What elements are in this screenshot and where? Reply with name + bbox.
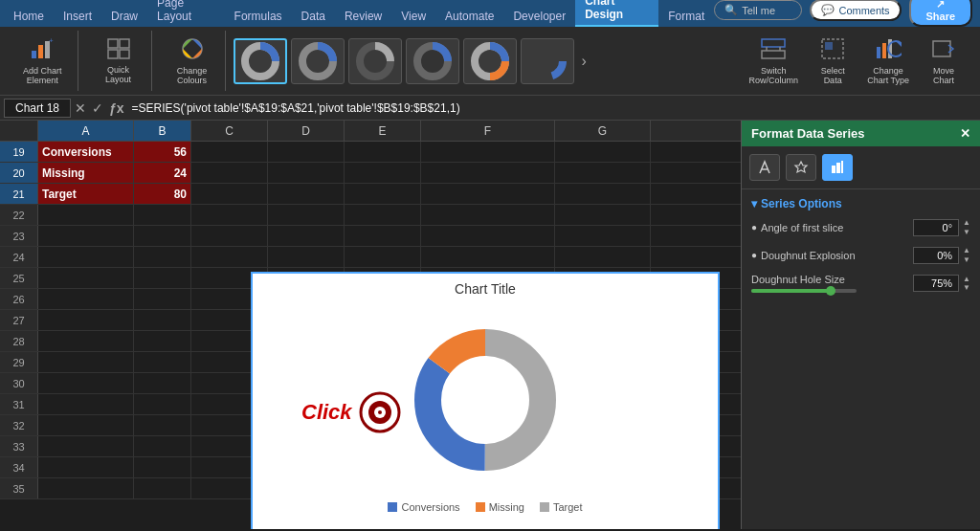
cell-g-23[interactable] xyxy=(555,226,651,246)
tab-formulas[interactable]: Formulas xyxy=(225,6,292,27)
chart-style-1[interactable] xyxy=(234,38,287,84)
cell-b-26[interactable] xyxy=(134,289,191,309)
name-box[interactable] xyxy=(4,99,71,118)
cell-b-35[interactable] xyxy=(134,478,191,498)
cell-f-23[interactable] xyxy=(421,226,555,246)
cell-a-19[interactable]: Conversions xyxy=(38,142,134,162)
cell-b-31[interactable] xyxy=(134,394,191,414)
doughnut-explosion-input[interactable] xyxy=(913,247,959,264)
explosion-decrement-btn[interactable]: ▼ xyxy=(963,255,970,265)
cell-b-34[interactable] xyxy=(134,457,191,477)
cell-a-29[interactable] xyxy=(38,352,134,372)
chart-style-5[interactable] xyxy=(463,38,517,84)
comments-button[interactable]: 💬 Comments xyxy=(810,0,901,21)
cell-b-20[interactable]: 24 xyxy=(134,163,191,183)
explosion-increment-btn[interactable]: ▲ xyxy=(963,246,970,255)
quick-layout-button[interactable]: Quick Layout xyxy=(96,34,142,88)
col-header-f[interactable]: F xyxy=(421,121,555,141)
cell-d-19[interactable] xyxy=(268,142,345,162)
chart-style-4[interactable] xyxy=(406,38,459,84)
col-header-e[interactable]: E xyxy=(345,121,421,141)
cell-b-27[interactable] xyxy=(134,310,191,330)
cell-a-27[interactable] xyxy=(38,310,134,330)
cell-f-21[interactable] xyxy=(421,184,555,204)
move-chart-button[interactable]: Move Chart xyxy=(923,33,965,89)
formula-input[interactable] xyxy=(128,101,976,115)
cell-c-20[interactable] xyxy=(191,163,268,183)
tab-view[interactable]: View xyxy=(391,6,435,27)
col-header-b[interactable]: B xyxy=(134,121,191,141)
cell-a-25[interactable] xyxy=(38,268,134,288)
hole-size-decrement-btn[interactable]: ▼ xyxy=(963,283,970,293)
cell-b-29[interactable] xyxy=(134,352,191,372)
tab-data[interactable]: Data xyxy=(292,6,335,27)
tab-format[interactable]: Format xyxy=(658,6,714,27)
cell-a-31[interactable] xyxy=(38,394,134,414)
tab-review[interactable]: Review xyxy=(335,6,391,27)
cell-f-20[interactable] xyxy=(421,163,555,183)
cell-b-30[interactable] xyxy=(134,373,191,393)
cell-a-28[interactable] xyxy=(38,331,134,351)
change-colours-button[interactable]: Change Colours xyxy=(169,33,215,89)
cell-a-35[interactable] xyxy=(38,478,134,498)
chart-styles-scroll-right[interactable]: › xyxy=(578,49,590,74)
cell-e-19[interactable] xyxy=(345,142,421,162)
cell-c-22[interactable] xyxy=(191,205,268,225)
cell-a-26[interactable] xyxy=(38,289,134,309)
cell-b-32[interactable] xyxy=(134,415,191,435)
cell-g-24[interactable] xyxy=(555,247,651,267)
tab-draw[interactable]: Draw xyxy=(101,6,147,27)
cell-e-22[interactable] xyxy=(345,205,421,225)
tab-developer[interactable]: Developer xyxy=(503,6,575,27)
hole-size-slider[interactable] xyxy=(751,289,857,293)
add-chart-element-button[interactable]: + Add Chart Element xyxy=(17,33,68,89)
panel-close-button[interactable]: ✕ xyxy=(960,126,970,141)
cell-c-23[interactable] xyxy=(191,226,268,246)
cell-e-21[interactable] xyxy=(345,184,421,204)
cell-d-22[interactable] xyxy=(268,205,345,225)
cell-g-22[interactable] xyxy=(555,205,651,225)
confirm-formula-icon[interactable]: ✓ xyxy=(92,100,103,116)
chart-style-3[interactable] xyxy=(348,38,402,84)
cell-f-24[interactable] xyxy=(421,247,555,267)
change-chart-type-button[interactable]: Change Chart Type xyxy=(861,33,915,89)
tab-automate[interactable]: Automate xyxy=(435,6,503,27)
cell-b-19[interactable]: 56 xyxy=(134,142,191,162)
cell-f-19[interactable] xyxy=(421,142,555,162)
tab-page-layout[interactable]: Page Layout xyxy=(147,0,225,27)
cell-g-19[interactable] xyxy=(555,142,651,162)
cell-g-20[interactable] xyxy=(555,163,651,183)
cancel-formula-icon[interactable]: ✕ xyxy=(75,100,86,116)
cell-d-20[interactable] xyxy=(268,163,345,183)
switch-row-column-button[interactable]: Switch Row/Column xyxy=(744,33,805,89)
angle-spin-buttons[interactable]: ▲ ▼ xyxy=(963,218,970,236)
insert-function-icon[interactable]: ƒx xyxy=(109,100,124,116)
cell-d-21[interactable] xyxy=(268,184,345,204)
cell-b-28[interactable] xyxy=(134,331,191,351)
hole-size-spin-buttons[interactable]: ▲ ▼ xyxy=(963,275,970,293)
tab-insert[interactable]: Insert xyxy=(54,6,101,27)
cell-a-30[interactable] xyxy=(38,373,134,393)
doughnut-hole-size-input[interactable] xyxy=(913,275,959,292)
cell-b-21[interactable]: 80 xyxy=(134,184,191,204)
cell-b-22[interactable] xyxy=(134,205,191,225)
col-header-a[interactable]: A xyxy=(38,121,134,141)
cell-b-24[interactable] xyxy=(134,247,191,267)
cell-c-19[interactable] xyxy=(191,142,268,162)
chart-style-2[interactable] xyxy=(291,38,345,84)
cell-a-24[interactable] xyxy=(38,247,134,267)
cell-e-24[interactable] xyxy=(345,247,421,267)
hole-size-increment-btn[interactable]: ▲ xyxy=(963,275,970,284)
cell-b-25[interactable] xyxy=(134,268,191,288)
cell-e-23[interactable] xyxy=(345,226,421,246)
panel-series-options-icon-btn[interactable] xyxy=(822,154,853,181)
cell-e-20[interactable] xyxy=(345,163,421,183)
select-data-button[interactable]: Select Data xyxy=(812,33,854,89)
col-header-c[interactable]: C xyxy=(191,121,268,141)
col-header-d[interactable]: D xyxy=(268,121,345,141)
panel-effects-icon-btn[interactable] xyxy=(786,154,816,181)
col-header-g[interactable]: G xyxy=(555,121,651,141)
cell-c-24[interactable] xyxy=(191,247,268,267)
cell-a-33[interactable] xyxy=(38,436,134,456)
cell-a-32[interactable] xyxy=(38,415,134,435)
